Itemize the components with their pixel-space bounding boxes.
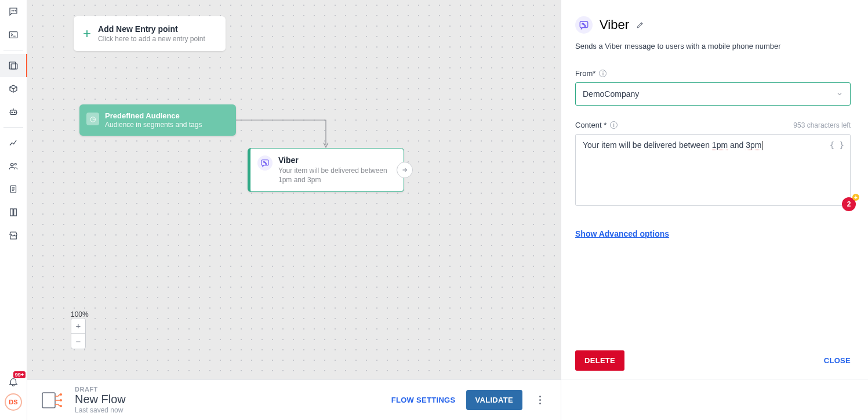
nav-item-bot[interactable] bbox=[0, 100, 27, 124]
nav-item-notifications[interactable]: 99+ bbox=[0, 370, 27, 393]
svg-point-10 bbox=[14, 164, 16, 165]
from-value: DemoCompany bbox=[583, 89, 639, 99]
entry-subtitle: Click here to add a new entry point bbox=[98, 35, 205, 43]
terminal-icon bbox=[8, 30, 19, 40]
svg-point-16 bbox=[60, 399, 62, 401]
from-select[interactable]: DemoCompany bbox=[575, 82, 851, 106]
audience-node[interactable]: ◷ Predefined Audience Audience in segmen… bbox=[79, 104, 236, 136]
panel-title: Viber bbox=[600, 17, 629, 32]
canvas-area: + Add New Entry point Click here to add … bbox=[27, 0, 561, 420]
svg-point-1 bbox=[13, 10, 14, 11]
document-icon bbox=[8, 184, 19, 194]
left-nav: 99+ DS bbox=[0, 0, 27, 420]
chevron-down-icon bbox=[836, 90, 843, 97]
svg-rect-12 bbox=[10, 209, 13, 216]
svg-rect-14 bbox=[42, 393, 55, 408]
svg-rect-6 bbox=[10, 110, 17, 115]
nav-item-people[interactable] bbox=[0, 154, 27, 178]
viber-icon bbox=[257, 155, 273, 171]
char-count: 953 characters left bbox=[793, 121, 851, 129]
bookmark-icon bbox=[8, 207, 19, 218]
audience-title: Predefined Audience bbox=[105, 111, 228, 120]
svg-point-17 bbox=[60, 405, 62, 407]
chart-icon bbox=[8, 137, 19, 148]
flow-diagram-icon bbox=[41, 390, 64, 410]
nav-item-package[interactable] bbox=[0, 77, 27, 100]
viber-node-subtitle: Your item will be delivered between 1pm … bbox=[278, 166, 395, 184]
pending-count-badge[interactable]: 2 bbox=[842, 197, 856, 211]
add-entry-point-card[interactable]: + Add New Entry point Click here to add … bbox=[74, 16, 226, 51]
zoom-level: 100% bbox=[71, 310, 89, 318]
svg-point-15 bbox=[60, 393, 62, 396]
close-button[interactable]: CLOSE bbox=[824, 356, 851, 365]
zoom-in-button[interactable]: + bbox=[71, 318, 85, 334]
arrow-right-icon bbox=[401, 166, 408, 173]
svg-point-2 bbox=[15, 10, 16, 11]
svg-rect-3 bbox=[9, 32, 17, 38]
svg-point-8 bbox=[14, 112, 16, 113]
bot-icon bbox=[8, 107, 19, 117]
nav-item-doc[interactable] bbox=[0, 178, 27, 201]
content-label: Content * i bbox=[575, 121, 618, 129]
more-menu-button[interactable] bbox=[533, 396, 547, 404]
audience-subtitle: Audience in segments and tags bbox=[105, 121, 228, 129]
package-icon bbox=[8, 84, 19, 94]
bottom-bar: DRAFT New Flow Last saved now FLOW SETTI… bbox=[27, 379, 561, 420]
svg-rect-13 bbox=[14, 209, 17, 216]
info-icon[interactable]: i bbox=[599, 70, 606, 77]
chat-icon bbox=[8, 6, 19, 17]
entry-title: Add New Entry point bbox=[98, 24, 205, 34]
svg-point-7 bbox=[12, 112, 13, 113]
info-icon[interactable]: i bbox=[610, 121, 618, 129]
zoom-controls: + − bbox=[71, 318, 86, 349]
node-output-port[interactable] bbox=[397, 162, 413, 178]
flow-settings-button[interactable]: FLOW SETTINGS bbox=[391, 396, 456, 404]
details-panel: Viber Sends a Viber message to users wit… bbox=[561, 0, 868, 420]
store-icon bbox=[8, 230, 19, 241]
insert-variable-button[interactable]: { } bbox=[830, 140, 844, 150]
zoom-out-button[interactable]: − bbox=[71, 334, 85, 349]
svg-rect-4 bbox=[9, 62, 16, 69]
nav-item-terminal[interactable] bbox=[0, 23, 27, 46]
flow-icon bbox=[8, 60, 19, 71]
audience-icon: ◷ bbox=[86, 113, 99, 125]
panel-description: Sends a Viber message to users with a mo… bbox=[575, 42, 851, 50]
svg-point-9 bbox=[11, 164, 14, 166]
nav-item-store[interactable] bbox=[0, 224, 27, 247]
show-advanced-link[interactable]: Show Advanced options bbox=[575, 229, 669, 238]
validate-button[interactable]: VALIDATE bbox=[466, 390, 522, 410]
svg-point-0 bbox=[12, 10, 12, 11]
nav-item-analytics[interactable] bbox=[0, 131, 27, 154]
people-icon bbox=[8, 161, 19, 171]
flow-saved-text: Last saved now bbox=[75, 406, 126, 414]
svg-rect-5 bbox=[11, 64, 17, 69]
nav-item-flow[interactable] bbox=[0, 54, 27, 77]
flow-canvas[interactable]: + Add New Entry point Click here to add … bbox=[27, 0, 561, 379]
from-label: From* i bbox=[575, 69, 851, 78]
notification-badge: 99+ bbox=[13, 371, 26, 378]
delete-button[interactable]: DELETE bbox=[575, 350, 624, 371]
viber-node-title: Viber bbox=[278, 155, 395, 165]
flow-name[interactable]: New Flow bbox=[75, 393, 126, 406]
content-textarea[interactable]: Your item will be delivered between 1pm … bbox=[575, 134, 851, 206]
nav-item-bookmark[interactable] bbox=[0, 201, 27, 224]
pencil-icon bbox=[636, 21, 644, 29]
nav-item-conversations[interactable] bbox=[0, 0, 27, 23]
edit-title-button[interactable] bbox=[636, 21, 644, 29]
flow-status: DRAFT bbox=[75, 386, 126, 393]
user-avatar[interactable]: DS bbox=[5, 393, 22, 411]
viber-icon bbox=[575, 16, 593, 34]
plus-icon: + bbox=[83, 27, 91, 41]
viber-node[interactable]: Viber Your item will be delivered betwee… bbox=[248, 148, 404, 192]
